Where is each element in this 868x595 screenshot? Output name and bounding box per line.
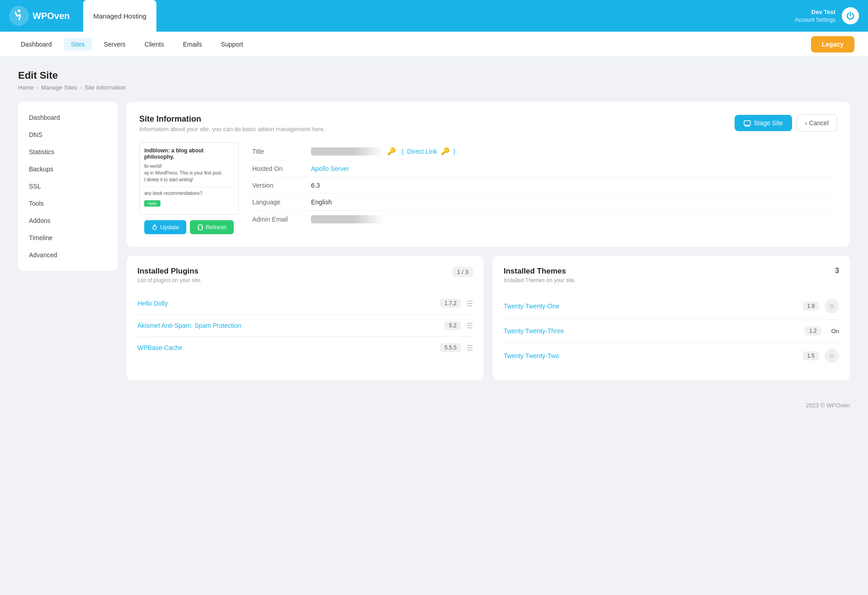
site-preview-frame: indblown: a blog about philosophy. llo w…: [139, 142, 239, 215]
themes-count: 3: [835, 267, 839, 275]
brand-name: WPOven: [33, 11, 70, 21]
sidebar-item-advanced[interactable]: Advanced: [18, 246, 118, 264]
theme-version-twenty-three: 1.2: [805, 326, 821, 335]
language-value: English: [311, 198, 332, 206]
sidebar-item-statistics[interactable]: Statistics: [18, 143, 118, 161]
breadcrumb-current: Site Information: [85, 84, 126, 91]
detail-row-version: Version 6.3: [252, 177, 837, 194]
nav-support[interactable]: Support: [214, 38, 250, 51]
card-actions: Stage Site ‹ Cancel: [735, 114, 837, 132]
preview-hello-world: llo world!: [144, 163, 234, 170]
plugin-name-hello-dolly[interactable]: Hello Dolly: [137, 300, 440, 307]
sidebar-item-addons[interactable]: Addons: [18, 212, 118, 229]
theme-row-twenty-three: Twenty Twenty-Three 1.2 On: [504, 320, 839, 342]
language-label: Language: [252, 198, 311, 206]
theme-name-twenty-one[interactable]: Twenty Twenty-One: [504, 302, 802, 310]
plugin-row-hello-dolly: Hello Dolly 1.7.2 ☰: [137, 293, 473, 315]
plugin-version-akismet: 5.2: [444, 321, 461, 330]
plugin-menu-akismet[interactable]: ☰: [467, 321, 473, 330]
svg-point-3: [153, 226, 156, 230]
site-preview-actions: Update Refresh: [139, 220, 239, 234]
preview-title-bar: indblown: a blog about philosophy.: [144, 147, 234, 160]
version-value: 6.3: [311, 182, 320, 189]
bottom-cards: Installed Plugins List of plugins on you…: [127, 256, 850, 380]
preview-question: any book recommendations?: [144, 191, 234, 196]
theme-name-twenty-three[interactable]: Twenty Twenty-Three: [504, 327, 805, 335]
themes-subtitle: Installed Themes on your site.: [504, 277, 576, 283]
nav-emails[interactable]: Emails: [176, 38, 209, 51]
site-info-header: Site Information Information about your …: [139, 114, 837, 132]
stage-icon: [744, 119, 751, 127]
preview-body-text: vp in WordPress. This is your first post…: [144, 170, 234, 183]
nav-servers[interactable]: Servers: [97, 38, 133, 51]
plugin-menu-wpbase[interactable]: ☰: [467, 344, 473, 352]
plugin-name-wpbase[interactable]: WPBase-Cache: [137, 344, 440, 351]
svg-point-1: [18, 9, 20, 12]
header-right: Dev Test Account Settings: [795, 7, 859, 24]
update-icon: [151, 224, 158, 231]
site-info-subtitle: Information about your site, you can do …: [139, 126, 325, 132]
sidebar-item-dashboard[interactable]: Dashboard: [18, 109, 118, 126]
detail-row-title: Title 🔑 ( Direct Link 🔑 ): [252, 142, 837, 161]
plugins-count: 1 / 3: [453, 267, 473, 277]
sidebar-item-dns[interactable]: DNS: [18, 126, 118, 143]
update-button[interactable]: Update: [144, 220, 186, 234]
cancel-button[interactable]: ‹ Cancel: [797, 114, 837, 132]
plugin-version-hello-dolly: 1.7.2: [440, 299, 461, 308]
plugin-menu-hello-dolly[interactable]: ☰: [467, 299, 473, 308]
title-value-blurred: [311, 147, 383, 156]
direct-link[interactable]: Direct Link: [407, 148, 437, 155]
main-layout: Dashboard DNS Statistics Backups SSL Too…: [18, 102, 850, 380]
wpoven-logo-icon: [9, 6, 29, 26]
plugins-title: Installed Plugins: [137, 267, 202, 276]
footer: 2023 © WPOven: [0, 393, 868, 418]
plugins-subtitle: List of plugins on your site.: [137, 277, 202, 283]
sidebar-item-backups[interactable]: Backups: [18, 161, 118, 178]
detail-row-hosted-on: Hosted On Apollo Server: [252, 161, 837, 177]
theme-row-twenty-one: Twenty Twenty-One 1.9: [504, 293, 839, 320]
breadcrumb-home[interactable]: Home: [18, 84, 34, 91]
refresh-icon: [197, 224, 203, 231]
plugin-name-akismet[interactable]: Akismet Anti-Spam: Spam Protection: [137, 322, 444, 329]
site-info-title-group: Site Information Information about your …: [139, 114, 325, 132]
svg-rect-2: [744, 121, 750, 125]
themes-header: Installed Themes Installed Themes on you…: [504, 267, 839, 283]
page-title: Edit Site: [18, 70, 850, 81]
header-user: Dev Test Account Settings: [795, 8, 835, 24]
theme-version-twenty-one: 1.9: [802, 302, 819, 311]
plugin-row-wpbase: WPBase-Cache 5.5.5 ☰: [137, 337, 473, 359]
themes-card: Installed Themes Installed Themes on you…: [493, 256, 850, 380]
sidebar-item-ssl[interactable]: SSL: [18, 178, 118, 195]
legacy-button[interactable]: Legacy: [811, 36, 854, 52]
stage-site-button[interactable]: Stage Site: [735, 115, 792, 131]
content-area: Site Information Information about your …: [127, 102, 850, 380]
theme-name-twenty-two[interactable]: Twenty Twenty-Two: [504, 352, 802, 359]
theme-status-twenty-three: On: [831, 328, 839, 335]
managed-hosting-tab[interactable]: Managed Hosting: [83, 0, 156, 32]
theme-toggle-twenty-two[interactable]: [825, 349, 839, 363]
site-preview: indblown: a blog about philosophy. llo w…: [139, 142, 239, 234]
hosted-on-value[interactable]: Apollo Server: [311, 165, 349, 172]
sidebar-item-timeline[interactable]: Timeline: [18, 229, 118, 246]
preview-answer-btn: reply: [144, 200, 160, 207]
footer-text: 2023 © WPOven: [806, 402, 850, 409]
nav-sites[interactable]: Sites: [64, 38, 92, 51]
themes-title: Installed Themes: [504, 267, 576, 276]
nav-clients[interactable]: Clients: [137, 38, 171, 51]
power-button[interactable]: [842, 7, 859, 24]
theme-toggle-twenty-one[interactable]: [825, 299, 839, 313]
detail-row-admin-email: Admin Email: [252, 211, 837, 228]
plugins-header: Installed Plugins List of plugins on you…: [137, 267, 473, 283]
refresh-button[interactable]: Refresh: [190, 220, 234, 234]
admin-email-value: [311, 215, 383, 223]
breadcrumb-sep1: ›: [37, 84, 38, 91]
breadcrumb-manage-sites[interactable]: Manage Sites: [41, 84, 77, 91]
logo-area: WPOven: [9, 6, 70, 26]
version-label: Version: [252, 182, 311, 189]
plugins-card: Installed Plugins List of plugins on you…: [127, 256, 484, 380]
detail-row-language: Language English: [252, 194, 837, 211]
theme-version-twenty-two: 1.5: [802, 351, 819, 360]
sidebar-item-tools[interactable]: Tools: [18, 195, 118, 212]
nav-dashboard[interactable]: Dashboard: [14, 38, 59, 51]
breadcrumb: Home › Manage Sites › Site Information: [18, 84, 850, 91]
